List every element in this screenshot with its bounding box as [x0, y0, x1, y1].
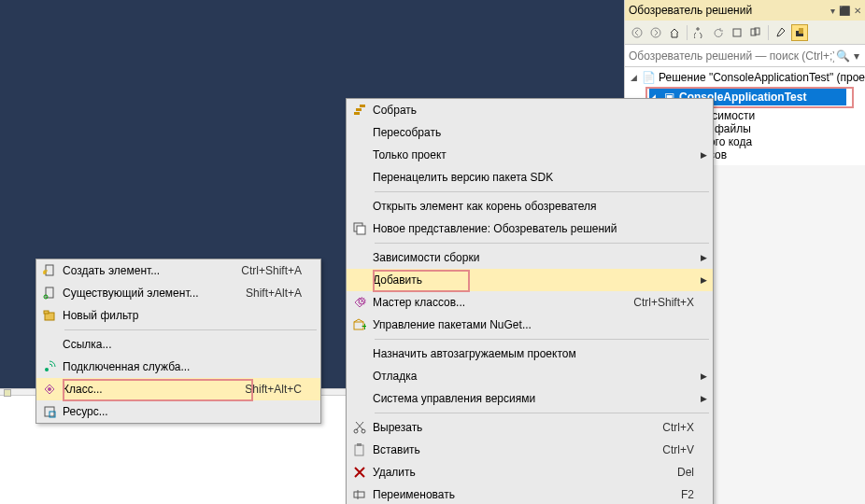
- class-wiz-icon: ⚙: [347, 296, 373, 309]
- main-menu-item[interactable]: УдалитьDel: [347, 461, 713, 483]
- main-menu-item[interactable]: Добавить▶: [347, 269, 713, 291]
- sub-menu-item[interactable]: Существующий элемент...Shift+Alt+A: [36, 282, 320, 304]
- sub-menu-item[interactable]: Ссылка...: [36, 333, 320, 356]
- main-menu-item[interactable]: ⚙Мастер классов...Ctrl+Shift+X: [347, 291, 713, 314]
- home-icon[interactable]: [666, 24, 683, 41]
- context-menu-add: Создать элемент...Ctrl+Shift+AСуществующ…: [35, 259, 321, 424]
- menu-shortcut: Del: [677, 466, 694, 479]
- rename-icon: [347, 488, 373, 501]
- solution-icon: 📄: [642, 71, 655, 84]
- refresh-icon[interactable]: [710, 24, 727, 41]
- main-menu-item[interactable]: ВставитьCtrl+V: [347, 439, 713, 461]
- main-menu-item[interactable]: +Управление пакетами NuGet...: [347, 314, 713, 336]
- svg-rect-22: [46, 287, 53, 298]
- svg-rect-19: [354, 492, 364, 497]
- svg-point-1: [651, 28, 660, 37]
- svg-rect-18: [357, 443, 362, 446]
- solution-explorer-search[interactable]: 🔍 ▾: [625, 45, 865, 67]
- sync-icon[interactable]: [691, 24, 708, 41]
- svg-rect-8: [356, 108, 362, 111]
- menu-item-label: Система управления версиями: [373, 392, 713, 405]
- close-icon[interactable]: ✕: [854, 6, 861, 16]
- menu-item-label: Пересобрать: [373, 126, 713, 139]
- nuget-icon: +: [347, 318, 373, 331]
- main-menu-item[interactable]: ВырезатьCtrl+X: [347, 416, 713, 439]
- menu-shortcut: Ctrl+Shift+A: [241, 264, 302, 277]
- solution-explorer-toolbar: [625, 21, 865, 45]
- svg-rect-11: [357, 226, 365, 234]
- menu-shortcut: Shift+Alt+A: [246, 287, 302, 300]
- menu-item-label: Удалить: [373, 466, 713, 479]
- main-menu-item[interactable]: Перенацелить версию пакета SDK: [347, 166, 713, 189]
- main-menu-item[interactable]: Открыть элемент как корень обозревателя: [347, 195, 713, 217]
- active-tool-icon[interactable]: [791, 24, 808, 41]
- main-menu-item[interactable]: Система управления версиями▶: [347, 387, 713, 410]
- svg-rect-17: [355, 445, 363, 455]
- menu-item-label: Только проект: [373, 148, 713, 161]
- menu-item-label: Перенацелить версию пакета SDK: [373, 171, 713, 184]
- submenu-arrow-icon: ▶: [701, 253, 707, 262]
- dropdown-icon[interactable]: ▾: [830, 6, 835, 16]
- menu-item-label: Ресурс...: [63, 405, 320, 418]
- menu-divider: [375, 339, 709, 340]
- menu-item-label: Отладка: [373, 370, 713, 383]
- submenu-arrow-icon: ▶: [701, 150, 707, 160]
- menu-shortcut: F2: [681, 488, 694, 501]
- forward-icon[interactable]: [647, 24, 664, 41]
- search-icon[interactable]: 🔍: [834, 49, 852, 63]
- new-item-icon: [36, 264, 63, 277]
- main-menu-item[interactable]: Зависимости сборки▶: [347, 246, 713, 269]
- back-icon[interactable]: [629, 24, 645, 41]
- service-icon: [36, 360, 63, 373]
- menu-item-label: Управление пакетами NuGet...: [373, 318, 713, 331]
- menu-divider: [375, 191, 709, 192]
- solution-label: Решение "ConsoleApplicationTest" (прое: [659, 71, 865, 84]
- main-menu-item[interactable]: Собрать: [347, 99, 713, 121]
- search-dropdown-icon[interactable]: ▾: [852, 49, 861, 63]
- sub-menu-item[interactable]: Создать элемент...Ctrl+Shift+A: [36, 259, 320, 282]
- main-menu-item[interactable]: ПереименоватьF2: [347, 483, 713, 504]
- svg-rect-7: [360, 105, 365, 107]
- show-all-icon[interactable]: [747, 24, 764, 41]
- svg-rect-6: [799, 28, 803, 34]
- main-menu-item[interactable]: Отладка▶: [347, 365, 713, 387]
- menu-item-label: Открыть элемент как корень обозревателя: [373, 200, 713, 213]
- sub-menu-item[interactable]: Подключенная служба...: [36, 356, 320, 378]
- menu-item-label: Добавить: [373, 273, 713, 287]
- new-filter-icon: [36, 309, 63, 322]
- toolbar-icon-1[interactable]: [729, 24, 745, 41]
- menu-item-label: Новый фильтр: [63, 309, 320, 322]
- menu-item-label: Новое представление: Обозреватель решени…: [373, 222, 713, 235]
- menu-item-label: Подключенная служба...: [63, 360, 320, 373]
- menu-divider: [64, 329, 317, 330]
- paste-icon: [347, 443, 373, 456]
- menu-shortcut: Ctrl+Shift+X: [633, 296, 694, 309]
- menu-shortcut: Shift+Alt+C: [245, 383, 302, 396]
- menu-item-label: Назначить автозагружаемым проектом: [373, 347, 713, 360]
- main-menu-item[interactable]: Новое представление: Обозреватель решени…: [347, 217, 713, 240]
- menu-divider: [375, 243, 709, 244]
- main-menu-item[interactable]: Пересобрать: [347, 121, 713, 144]
- main-menu-item[interactable]: Только проект▶: [347, 144, 713, 166]
- resource-icon: [36, 405, 63, 418]
- submenu-arrow-icon: ▶: [701, 275, 707, 285]
- pin-icon[interactable]: ⬛: [839, 6, 850, 16]
- svg-point-26: [45, 368, 49, 371]
- exist-item-icon: [36, 287, 63, 300]
- sub-menu-item[interactable]: Новый фильтр: [36, 304, 320, 327]
- svg-text:+: +: [362, 320, 366, 331]
- sub-menu-item[interactable]: Ресурс...: [36, 400, 320, 423]
- svg-point-0: [632, 28, 642, 37]
- panel-tab[interactable]: [4, 389, 11, 397]
- menu-shortcut: Ctrl+X: [662, 421, 694, 434]
- context-menu-main: СобратьПересобратьТолько проект▶Перенаце…: [346, 98, 714, 504]
- delete-icon: [347, 466, 373, 479]
- menu-item-label: Ссылка...: [63, 338, 320, 351]
- svg-point-27: [48, 387, 51, 391]
- search-input[interactable]: [629, 49, 834, 63]
- solution-row[interactable]: ◢ 📄 Решение "ConsoleApplicationTest" (пр…: [631, 69, 865, 86]
- properties-icon[interactable]: [773, 24, 789, 41]
- sub-menu-item[interactable]: Класс...Shift+Alt+C: [36, 378, 320, 400]
- main-menu-item[interactable]: Назначить автозагружаемым проектом: [347, 343, 713, 365]
- menu-shortcut: Ctrl+V: [662, 443, 694, 456]
